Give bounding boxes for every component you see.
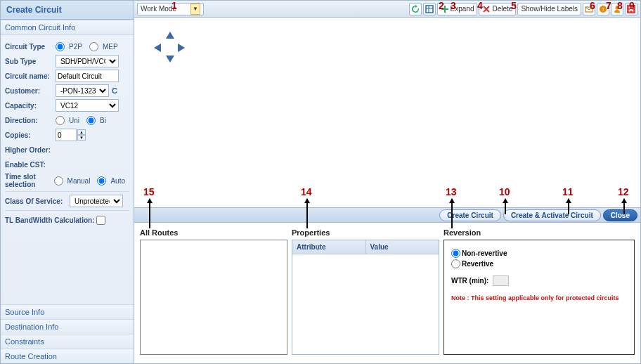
properties-table: Attribute Value	[292, 240, 439, 355]
label-circuit-type: Circuit Type	[5, 43, 56, 51]
expand-icon	[441, 5, 449, 13]
radio-uni-label: Uni	[69, 117, 79, 124]
reversion-note: Note : This setting applicable only for …	[451, 294, 627, 301]
select-subtype[interactable]: SDH/PDH/VCG	[56, 55, 119, 67]
workmode-dropdown[interactable]: Work Mode ▼	[137, 3, 204, 15]
radio-p2p[interactable]	[56, 42, 65, 51]
delete-label: Delete	[492, 5, 512, 13]
action-bar: Create Circuit Create & Activate Circuit…	[134, 207, 640, 223]
radio-mep-label: MEP	[103, 43, 118, 51]
input-circuit-name[interactable]	[56, 70, 119, 82]
panel-title: Create Circuit	[1, 1, 134, 20]
radio-ts-manual-label: Manual	[67, 177, 91, 185]
radio-uni[interactable]	[56, 116, 65, 125]
delete-button[interactable]: Delete	[479, 3, 516, 15]
create-circuit-button[interactable]: Create Circuit	[439, 209, 501, 221]
label-customer: Customer:	[5, 87, 56, 95]
toolbar-icon-2[interactable]	[409, 3, 422, 15]
pan-right-icon[interactable]	[178, 44, 185, 52]
accordion-route-creation[interactable]: Route Creation	[1, 349, 134, 363]
select-capacity[interactable]: VC12	[56, 99, 119, 112]
refresh-icon	[411, 5, 420, 13]
alert-icon: !	[599, 5, 607, 13]
svg-rect-0	[426, 6, 433, 13]
radio-revertive-label: Revertive	[462, 260, 493, 268]
label-timeslot-selection: Time slot selection	[5, 173, 54, 188]
close-button[interactable]: Close	[603, 209, 637, 221]
topology-canvas[interactable]	[134, 18, 640, 207]
delete-icon	[482, 5, 491, 13]
label-enable-cst: Enable CST:	[5, 161, 56, 169]
expand-button[interactable]: Expand	[437, 3, 478, 15]
radio-bi-label: Bi	[100, 117, 106, 124]
pan-left-icon[interactable]	[154, 44, 161, 52]
label-capacity: Capacity:	[5, 102, 56, 110]
wtr-label: WTR (min):	[451, 277, 488, 285]
toolbar-icon-9[interactable]	[625, 3, 637, 15]
left-panel: Create Circuit Common Circuit Info Circu…	[1, 1, 134, 363]
layout-icon	[425, 5, 434, 13]
col-value: Value	[366, 240, 439, 254]
toolbar-icon-7[interactable]: !	[597, 3, 609, 15]
label-class-of-service: Class Of Service:	[5, 197, 70, 205]
toolbar: Work Mode ▼ Expand Delete Show/Hide Labe…	[134, 1, 640, 18]
expand-label: Expand	[451, 5, 474, 13]
toolbar-icon-3[interactable]	[423, 3, 436, 15]
lower-panels: All Routes Properties Attribute Value Re…	[134, 223, 640, 363]
radio-mep[interactable]	[89, 42, 98, 51]
select-class-of-service[interactable]: Unprotected	[70, 195, 123, 207]
toolbar-icon-6[interactable]	[583, 3, 595, 15]
section-common-info[interactable]: Common Circuit Info	[1, 20, 134, 35]
right-panel: Work Mode ▼ Expand Delete Show/Hide Labe…	[134, 1, 640, 363]
input-copies[interactable]	[56, 129, 77, 141]
accordion-source-info[interactable]: Source Info	[1, 304, 134, 319]
label-subtype: Sub Type	[5, 58, 56, 65]
pan-control	[154, 32, 185, 63]
radio-p2p-label: P2P	[69, 43, 82, 51]
copies-down-button[interactable]: ▼	[77, 135, 86, 141]
radio-ts-auto-label: Auto	[110, 177, 125, 185]
pan-up-icon[interactable]	[166, 32, 174, 39]
accordion-destination-info[interactable]: Destination Info	[1, 319, 134, 334]
wtr-spinner[interactable]	[493, 275, 508, 286]
reversion-box: Non-revertive Revertive WTR (min): Note …	[443, 240, 635, 355]
all-routes-heading: All Routes	[140, 228, 287, 237]
radio-revertive[interactable]	[451, 259, 460, 268]
common-circuit-form: Circuit Type P2P MEP Sub Type SDH/PDH/VC…	[1, 35, 134, 231]
select-customer[interactable]: -PON-13236352	[56, 84, 109, 97]
reversion-heading: Reversion	[443, 228, 635, 237]
copies-up-button[interactable]: ▲	[77, 129, 86, 135]
create-activate-button[interactable]: Create & Activate Circuit	[503, 209, 601, 221]
svg-point-4	[616, 6, 619, 9]
pan-down-icon[interactable]	[166, 56, 174, 63]
show-hide-labels-label: Show/Hide Labels	[521, 5, 578, 13]
label-direction: Direction:	[5, 117, 56, 124]
label-higher-order: Higher Order:	[5, 146, 56, 154]
customer-helper-icon[interactable]: C	[112, 86, 117, 95]
label-copies: Copies:	[5, 131, 56, 139]
col-attribute: Attribute	[292, 240, 366, 254]
close-icon	[627, 5, 635, 13]
user-icon	[613, 5, 621, 13]
all-routes-listbox[interactable]	[140, 240, 287, 355]
mail-icon	[585, 5, 593, 13]
label-tl-bandwidth-calc: TL BandWidth Calculation:	[5, 216, 96, 224]
radio-ts-manual[interactable]	[54, 176, 63, 186]
toolbar-icon-8[interactable]	[611, 3, 623, 15]
dropdown-arrow-icon: ▼	[190, 4, 200, 15]
radio-non-revertive-label: Non-revertive	[462, 249, 507, 257]
radio-ts-auto[interactable]	[97, 176, 106, 186]
checkbox-tl-bandwidth[interactable]	[96, 216, 105, 225]
svg-text:!: !	[602, 6, 604, 13]
show-hide-labels-button[interactable]: Show/Hide Labels	[517, 3, 581, 15]
accordion-constraints[interactable]: Constraints	[1, 334, 134, 349]
radio-bi[interactable]	[86, 116, 96, 125]
label-circuit-name: Circuit name:	[5, 72, 56, 80]
radio-non-revertive[interactable]	[451, 249, 460, 258]
properties-heading: Properties	[292, 228, 439, 237]
workmode-label: Work Mode	[141, 5, 176, 13]
